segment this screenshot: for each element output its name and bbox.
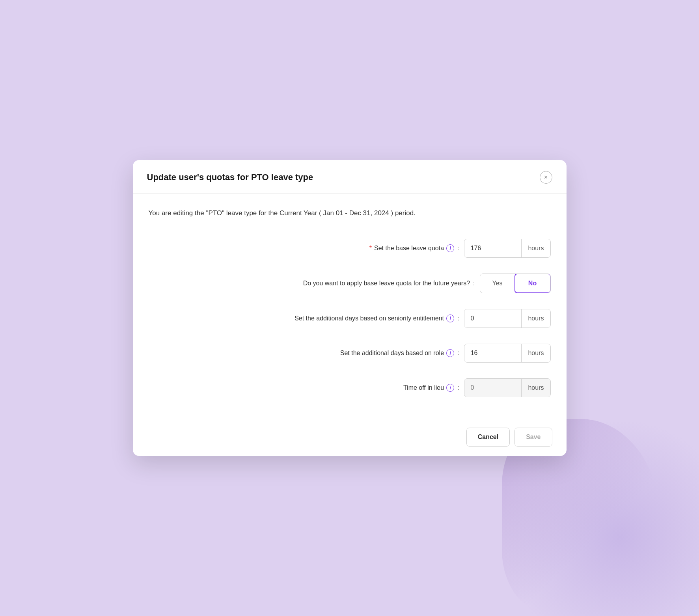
modal-footer: Cancel Save (133, 418, 567, 456)
base-leave-quota-info-icon[interactable]: i (446, 244, 454, 252)
seniority-hours-label: hours (521, 309, 550, 328)
save-button[interactable]: Save (514, 428, 552, 447)
base-leave-quota-input[interactable] (464, 239, 522, 257)
future-years-toggle-group: Yes No (480, 274, 551, 293)
required-star: * (369, 245, 372, 252)
cancel-button[interactable]: Cancel (466, 428, 510, 447)
future-years-label: Do you want to apply base leave quota fo… (303, 280, 475, 287)
base-leave-quota-label: * Set the base leave quota i : (369, 244, 459, 252)
modal-title: Update user's quotas for PTO leave type (147, 172, 313, 182)
time-off-lieu-row: Time off in lieu i : hours (149, 372, 551, 404)
form-rows: * Set the base leave quota i : hours Do … (149, 233, 551, 404)
seniority-info-icon[interactable]: i (446, 315, 454, 322)
modal-dialog: Update user's quotas for PTO leave type … (133, 160, 567, 456)
time-off-lieu-input (464, 379, 522, 397)
base-leave-quota-row: * Set the base leave quota i : hours (149, 233, 551, 264)
future-years-yes-button[interactable]: Yes (480, 274, 515, 293)
role-info-icon[interactable]: i (446, 349, 454, 357)
seniority-input-group: hours (464, 309, 551, 328)
time-off-lieu-hours-label: hours (521, 379, 550, 397)
base-leave-quota-input-group: hours (464, 239, 551, 258)
seniority-input[interactable] (464, 309, 522, 328)
seniority-row: Set the additional days based on seniori… (149, 303, 551, 334)
description-text: You are editing the "PTO" leave type for… (149, 208, 551, 218)
future-years-no-button[interactable]: No (514, 274, 551, 293)
role-label: Set the additional days based on role i … (340, 349, 459, 357)
modal-overlay: Update user's quotas for PTO leave type … (133, 160, 567, 456)
role-input-group: hours (464, 344, 551, 363)
modal-header: Update user's quotas for PTO leave type … (133, 160, 567, 194)
role-hours-label: hours (521, 344, 550, 362)
role-input[interactable] (464, 344, 522, 362)
time-off-lieu-input-group: hours (464, 378, 551, 397)
base-leave-quota-hours-label: hours (521, 239, 550, 257)
seniority-label: Set the additional days based on seniori… (295, 315, 459, 322)
role-row: Set the additional days based on role i … (149, 337, 551, 369)
time-off-lieu-label: Time off in lieu i : (403, 384, 459, 392)
future-years-row: Do you want to apply base leave quota fo… (149, 267, 551, 300)
modal-body: You are editing the "PTO" leave type for… (133, 194, 567, 418)
close-button[interactable]: × (540, 171, 552, 184)
time-off-lieu-info-icon[interactable]: i (446, 384, 454, 392)
